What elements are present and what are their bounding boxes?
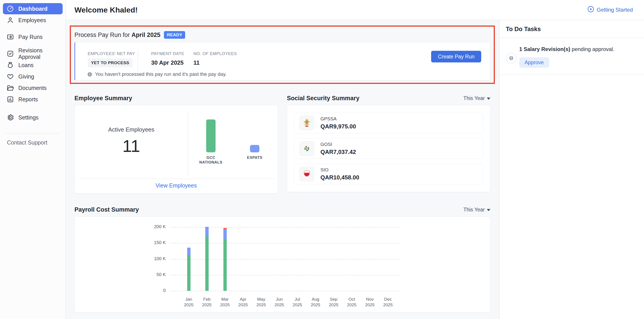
- row-texts: SIO QAR10,458.00: [320, 167, 359, 181]
- sidebar-item-loans[interactable]: Loans: [3, 60, 62, 71]
- sidebar-item-dashboard[interactable]: Dashboard: [3, 3, 62, 14]
- payroll-filter-dropdown[interactable]: This Year: [463, 207, 490, 213]
- mini-bar-group: EXPATS: [239, 120, 270, 160]
- coins-icon: [506, 53, 516, 64]
- bar-segment-base-cost: [205, 237, 209, 291]
- sidebar-item-label: Giving: [18, 73, 34, 80]
- x-axis-tick: Jun2025: [269, 296, 289, 307]
- payroll-plot: 200 K150 K100 K50 K0Jan2025Feb2025Mar202…: [170, 227, 400, 291]
- todo-title: To Do Tasks: [506, 26, 644, 33]
- sidebar-item-employees[interactable]: Employees: [3, 15, 62, 26]
- social-security-row-gosi[interactable]: GOSI QAR7,037.42: [294, 138, 484, 159]
- todo-task-item: 1 Salary Revision(s) pending approval. A…: [500, 46, 644, 68]
- sidebar-item-documents[interactable]: Documents: [3, 82, 62, 94]
- filter-label: This Year: [463, 207, 485, 213]
- authority-label: GPSSA: [320, 116, 356, 122]
- employees-icon: [6, 16, 14, 24]
- sidebar-item-label: Reports: [18, 96, 38, 103]
- sidebar-item-giving[interactable]: Giving: [3, 71, 62, 82]
- sidebar-item-label: Revisions Approval: [18, 47, 62, 60]
- dashboard-icon: [6, 5, 14, 13]
- y-axis-tick: 0: [138, 288, 166, 293]
- bar-segment-base-cost: [224, 239, 227, 291]
- documents-icon: [6, 84, 14, 92]
- sidebar-item-label: Dashboard: [18, 6, 48, 12]
- x-axis-tick: Apr2025: [233, 296, 253, 307]
- gridline: [170, 259, 400, 259]
- contact-support-link[interactable]: Contact Support: [7, 139, 62, 146]
- authority-amount: QAR10,458.00: [320, 174, 359, 181]
- column-divider: [138, 50, 138, 71]
- getting-started-link[interactable]: Getting Started: [588, 6, 633, 14]
- x-axis-tick: Oct2025: [342, 296, 362, 307]
- authority-label: GOSI: [320, 142, 356, 147]
- sidebar-item-settings[interactable]: Settings: [3, 112, 62, 123]
- employee-summary-title: Employee Summary: [74, 95, 132, 102]
- mini-bar-label: EXPATS: [239, 155, 270, 160]
- topbar: Welcome Khaled! Getting Started: [66, 0, 644, 20]
- payroll-bar-feb: [205, 227, 209, 291]
- payrun-title: Process Pay Run for April 2025: [74, 32, 160, 39]
- payroll-cost-card: 200 K150 K100 K50 K0Jan2025Feb2025Mar202…: [74, 216, 490, 312]
- sidebar-item-reports[interactable]: Reports: [3, 94, 62, 105]
- net-pay-column: EMPLOYEES' NET PAY YET TO PROCESS: [88, 51, 135, 67]
- row-texts: GPSSA QAR9,975.00: [320, 116, 356, 130]
- social-security-filter-dropdown[interactable]: This Year: [463, 95, 490, 101]
- card-divider: [78, 178, 274, 179]
- sidebar-item-label: Pay Runs: [18, 34, 42, 40]
- active-employees-block: Active Employees 11: [75, 105, 188, 177]
- payroll-section-header: Payroll Cost Summary This Year: [74, 206, 490, 213]
- create-pay-run-button[interactable]: Create Pay Run: [431, 51, 481, 62]
- payroll-bar-jan: [187, 248, 190, 291]
- x-axis-tick: Jul2025: [287, 296, 308, 307]
- net-pay-value: YET TO PROCESS: [88, 58, 132, 67]
- payrun-info-note: You haven't processed this pay run and i…: [87, 71, 226, 77]
- sidebar-divider: [6, 133, 60, 134]
- bar-segment-additional-cost: [224, 229, 227, 239]
- bahrain-emblem-icon: [300, 167, 314, 181]
- payment-date-column: PAYMENT DATE 30 Apr 2025: [151, 51, 184, 66]
- social-security-row-gpssa[interactable]: GPSSA QAR9,975.00: [294, 113, 484, 133]
- y-axis-tick: 150 K: [138, 240, 166, 245]
- panel-divider: [500, 38, 644, 38]
- panel-divider: [500, 75, 644, 75]
- approve-button[interactable]: Approve: [519, 57, 549, 68]
- row-texts: GOSI QAR7,037.42: [320, 142, 356, 155]
- chevron-down-icon: [487, 98, 490, 100]
- sidebar-item-pay-runs[interactable]: Pay Runs: [3, 31, 62, 43]
- x-axis-tick: Aug2025: [306, 296, 326, 307]
- net-pay-label: EMPLOYEES' NET PAY: [88, 51, 135, 56]
- settings-icon: [6, 114, 14, 121]
- y-axis-tick: 50 K: [138, 272, 166, 277]
- filter-label: This Year: [463, 95, 485, 101]
- sidebar-item-label: Documents: [18, 85, 46, 91]
- x-axis-tick: May2025: [251, 296, 271, 307]
- employee-summary-section: Employee Summary Active Employees 11 GCC…: [74, 94, 278, 193]
- employee-count-value: 11: [194, 59, 237, 66]
- payroll-bar-mar: [224, 228, 227, 291]
- social-security-section: Social Security Summary This Year: [287, 94, 490, 193]
- y-axis-tick: 200 K: [138, 224, 166, 229]
- revisions-approval-icon: [6, 50, 14, 58]
- gridline: [170, 243, 400, 243]
- mini-bar-label: GCC NATIONALS: [195, 155, 226, 165]
- payrun-card: EMPLOYEES' NET PAY YET TO PROCESS PAYMEN…: [74, 42, 490, 80]
- chevron-down-icon: [487, 209, 490, 211]
- sidebar: Dashboard Employees Pay Runs Revisions A…: [0, 0, 66, 319]
- sidebar-item-revisions-approval[interactable]: Revisions Approval: [3, 48, 62, 59]
- y-axis-tick: 100 K: [138, 256, 166, 261]
- gosi-logo-icon: [300, 141, 314, 156]
- info-icon: [87, 72, 92, 77]
- payroll-title: Payroll Cost Summary: [74, 206, 139, 213]
- todo-panel: To Do Tasks 1 Salary Revision(s) pending…: [499, 20, 644, 319]
- bar-segment-base-cost: [187, 255, 190, 291]
- social-security-row-sio[interactable]: SIO QAR10,458.00: [294, 164, 484, 184]
- social-security-title: Social Security Summary: [287, 95, 359, 102]
- employee-summary-card: Active Employees 11 GCC NATIONALSEXPATS …: [74, 105, 278, 193]
- active-employees-count: 11: [122, 136, 140, 156]
- page-title: Welcome Khaled!: [74, 6, 138, 14]
- employee-mini-chart: GCC NATIONALSEXPATS: [188, 105, 278, 177]
- authority-label: SIO: [320, 167, 359, 172]
- view-employees-link[interactable]: View Employees: [75, 182, 278, 189]
- play-circle-icon: [588, 6, 594, 14]
